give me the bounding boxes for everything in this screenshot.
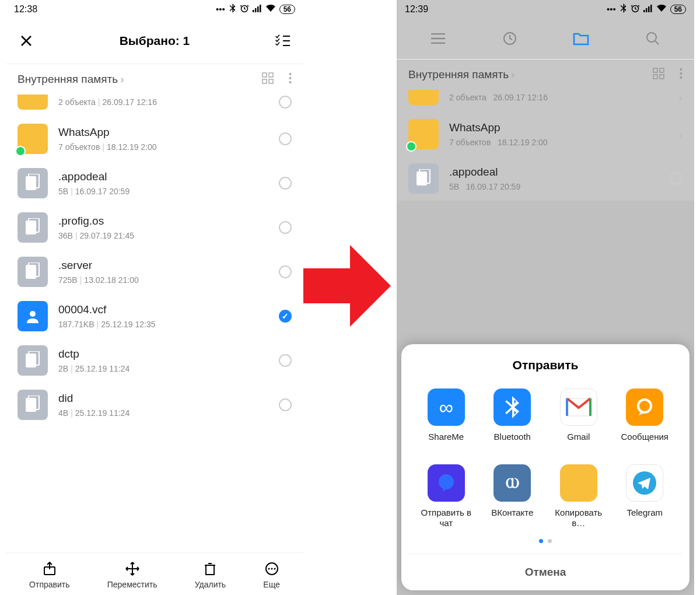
share-option[interactable]: Bluetooth: [482, 388, 544, 453]
wifi-icon: [656, 4, 667, 14]
svg-rect-39: [653, 75, 657, 79]
doc-icon: [18, 212, 48, 243]
bluetooth-icon: [620, 4, 627, 15]
file-info: .server 725B|13.02.18 21:00: [58, 259, 268, 285]
delete-button[interactable]: Удалить: [195, 561, 226, 589]
signal-icon: [253, 4, 262, 14]
grid-view-icon[interactable]: [653, 68, 664, 82]
menu-icon[interactable]: [429, 30, 447, 47]
file-list: 2 объекта|26.09.17 12:16 WhatsApp 7 объе…: [6, 94, 303, 427]
file-name: .appodeal: [58, 170, 268, 183]
svg-point-48: [439, 474, 454, 489]
file-row[interactable]: 2 объекта|26.09.17 12:16: [6, 94, 303, 117]
select-radio[interactable]: [279, 310, 292, 323]
chevron-right-icon: ›: [120, 73, 124, 86]
file-name: 00004.vcf: [58, 303, 268, 316]
doc-icon: [18, 345, 48, 376]
share-option[interactable]: Telegram: [614, 464, 676, 528]
doc-icon: [18, 257, 48, 287]
share-grid: ∞ ShareMe Bluetooth Gmail Сообщения Отпр…: [408, 388, 682, 528]
cancel-button[interactable]: Отмена: [408, 554, 682, 590]
svg-rect-40: [660, 75, 664, 79]
select-radio[interactable]: [279, 177, 292, 190]
share-option[interactable]: Отправить в чат: [415, 464, 477, 528]
close-icon[interactable]: [18, 32, 35, 50]
file-row[interactable]: dctp 2B|25.12.19 11:24: [6, 338, 303, 383]
file-row[interactable]: .appodeal 5B|16.09.17 20:59: [397, 156, 694, 201]
folder-tab-icon[interactable]: [572, 30, 590, 47]
send-button[interactable]: Отправить: [29, 561, 69, 589]
recent-icon[interactable]: [501, 30, 519, 47]
share-title: Отправить: [408, 358, 682, 372]
more-button[interactable]: Еще: [263, 561, 280, 589]
file-row[interactable]: did 4B|25.12.19 11:24: [6, 383, 303, 427]
whatsapp-badge-icon: [15, 146, 26, 156]
select-radio[interactable]: [279, 265, 292, 278]
more-vert-icon[interactable]: [289, 72, 292, 86]
more-vert-icon[interactable]: [680, 68, 682, 82]
grid-view-icon[interactable]: [262, 72, 274, 86]
svg-rect-38: [660, 68, 664, 72]
bottom-action-bar: Отправить Переместить Удалить Еще: [6, 552, 303, 595]
app-icon: Ⲱ: [494, 464, 531, 502]
select-radio[interactable]: [670, 172, 682, 185]
select-radio[interactable]: [279, 132, 292, 145]
svg-rect-1: [253, 10, 254, 12]
file-meta: 2 объекта|26.09.17 12:16: [449, 93, 668, 102]
search-icon[interactable]: [644, 30, 662, 47]
file-meta: 7 объектов|18.12.19 2:00: [449, 138, 668, 147]
bluetooth-icon: [229, 4, 236, 15]
breadcrumb[interactable]: Внутренняя память ›: [18, 73, 124, 86]
file-meta: 7 объектов|18.12.19 2:00: [58, 142, 268, 152]
select-radio[interactable]: [279, 221, 292, 234]
file-row[interactable]: .appodeal 5B|16.09.17 20:59: [6, 161, 303, 205]
share-option[interactable]: ∞ ShareMe: [415, 388, 477, 453]
doc-icon: [18, 168, 48, 198]
svg-rect-37: [653, 68, 657, 72]
svg-point-10: [289, 77, 292, 79]
share-option-label: Gmail: [567, 432, 590, 453]
selection-header: Выбрано: 1: [6, 18, 303, 64]
svg-point-9: [289, 73, 292, 75]
svg-rect-31: [643, 10, 645, 12]
app-icon: [560, 388, 597, 426]
app-icon: [494, 388, 531, 426]
select-radio[interactable]: [279, 96, 292, 108]
alarm-icon: [631, 4, 640, 15]
folder-icon: [18, 94, 48, 110]
signal-icon: [643, 4, 653, 14]
share-option[interactable]: Сообщения: [614, 388, 676, 453]
svg-point-43: [680, 76, 682, 79]
breadcrumb[interactable]: Внутренняя память ›: [408, 68, 514, 81]
share-option[interactable]: Копировать в…: [548, 464, 610, 528]
select-radio[interactable]: [279, 354, 292, 367]
file-row[interactable]: WhatsApp 7 объектов|18.12.19 2:00: [6, 117, 303, 161]
file-row[interactable]: 00004.vcf 187.71KB|25.12.19 12:35: [6, 294, 303, 338]
battery-level: 56: [279, 5, 295, 14]
folder-icon: [408, 119, 439, 149]
share-option-label: Telegram: [626, 508, 663, 528]
file-row[interactable]: 2 объекта|26.09.17 12:16 ›: [397, 90, 694, 112]
svg-rect-33: [648, 6, 650, 12]
svg-point-42: [680, 72, 682, 75]
select-all-icon[interactable]: [274, 32, 292, 50]
file-name: WhatsApp: [449, 121, 668, 134]
file-row[interactable]: .server 725B|13.02.18 21:00: [6, 250, 303, 294]
doc-icon: [18, 390, 48, 420]
share-option-label: Сообщения: [621, 432, 668, 453]
file-row[interactable]: .profig.os 36B|29.07.19 21:45: [6, 205, 303, 250]
folder-icon: [18, 124, 48, 154]
app-icon: [626, 388, 663, 426]
file-info: 2 объекта|26.09.17 12:16: [449, 93, 668, 102]
file-name: dctp: [58, 348, 268, 360]
share-option[interactable]: Gmail: [548, 388, 610, 453]
move-button[interactable]: Переместить: [107, 561, 158, 589]
file-row[interactable]: WhatsApp 7 объектов|18.12.19 2:00 ›: [397, 112, 694, 156]
share-option[interactable]: Ⲱ ВКонтакте: [482, 464, 544, 528]
phone-left: 12:38 ••• 56 Выбрано: 1 Внутренняя памят…: [6, 0, 303, 595]
header-title: Выбрано: 1: [120, 34, 190, 48]
select-radio[interactable]: [279, 398, 292, 411]
share-option-label: Отправить в чат: [415, 508, 477, 528]
move-icon: [125, 561, 140, 576]
svg-rect-24: [206, 565, 214, 575]
